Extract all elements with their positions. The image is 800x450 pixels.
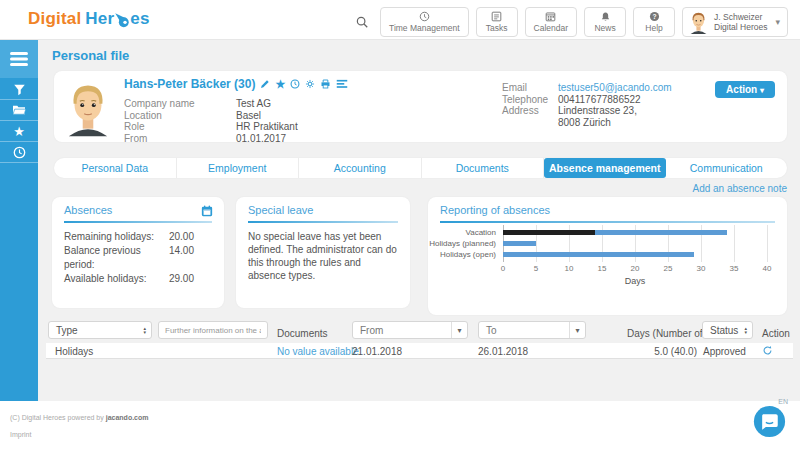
sidebar-item-files[interactable] (0, 100, 38, 121)
chart-tick-label: 30 (697, 264, 706, 273)
app-logo[interactable]: Digital Her es (28, 9, 150, 29)
refresh-icon[interactable] (762, 345, 773, 358)
chart-x-axis-label: Days (503, 276, 767, 286)
absence-chart: VacationHolidays (planned)Holidays (open… (503, 227, 767, 260)
nav-button-help[interactable]: ? Help (633, 7, 675, 37)
select-arrows-icon: ▴▾ (143, 326, 151, 334)
tab-documents[interactable]: Documents (422, 158, 545, 178)
chevron-down-icon: ▾ (760, 86, 764, 95)
days-column-header: Days (Number of hours) (627, 328, 697, 339)
chevron-down-icon: ▾ (775, 17, 780, 27)
table-row: Holidays No value available 21.01.2018 2… (46, 343, 793, 359)
list-item: Balance previous period:14.00 (64, 244, 194, 272)
profile-right-values: testuser50@jacando.com 004117677886522 L… (558, 82, 672, 128)
nav-label: Calendar (534, 23, 569, 33)
role-value: HR Praktikant (236, 121, 298, 133)
nav-button-calendar[interactable]: Calendar (525, 7, 578, 37)
remaining-holidays-value: 20.00 (169, 230, 194, 244)
from-date-value: 01.01.2017 (236, 133, 298, 145)
settings-gear-icon[interactable] (305, 79, 315, 89)
email-link[interactable]: testuser50@jacando.com (558, 82, 672, 94)
tab-accounting[interactable]: Accounting (299, 158, 422, 178)
absences-panel-title: Absences (64, 204, 112, 216)
nav-button-time-management[interactable]: Time Management (380, 7, 469, 37)
tab-bar: Personal Data Employment Accounting Docu… (54, 158, 787, 178)
imprint-link[interactable]: Imprint (10, 431, 31, 438)
sidebar-item-filter[interactable] (0, 79, 38, 100)
phone-value: 004117677886522 (558, 94, 672, 106)
special-leave-title: Special leave (248, 204, 313, 216)
jacando-link[interactable]: jacando.com (106, 414, 149, 421)
chart-category-label: Vacation (465, 228, 496, 237)
sidebar-item-favorites[interactable]: ★ (0, 121, 38, 142)
tasks-icon (491, 11, 502, 22)
employee-name: Hans-Peter Bäcker (30) (124, 77, 255, 91)
user-menu[interactable]: J. Schweizer Digital Heroes ▾ (682, 7, 788, 37)
absence-balance-list: Remaining holidays:20.00 Balance previou… (64, 230, 194, 286)
status-select[interactable]: Status ▴▾ (702, 321, 753, 339)
favorite-star-icon[interactable]: ★ (275, 78, 285, 91)
profile-left-labels: Company name Location Role From (124, 98, 195, 144)
page-title: Personal file (52, 48, 129, 63)
absences-panel: Absences Remaining holidays:20.00 Balanc… (52, 197, 224, 308)
nav-button-tasks[interactable]: Tasks (476, 7, 518, 37)
logo-text-es: es (130, 9, 149, 29)
svg-text:?: ? (652, 12, 656, 19)
sidebar-item-history[interactable] (0, 142, 38, 163)
tab-communication[interactable]: Communication (666, 158, 788, 178)
chart-tick-label: 35 (730, 264, 739, 273)
profile-left-values: Test AG Basel HR Praktikant 01.01.2017 (236, 98, 298, 144)
chart-tick-label: 5 (534, 264, 538, 273)
edit-icon[interactable] (260, 79, 270, 89)
special-leave-panel: Special leave No special leave has yet b… (236, 197, 410, 308)
nav-label: News (594, 23, 615, 33)
sidebar-item-menu[interactable] (0, 40, 38, 78)
user-avatar (688, 10, 709, 34)
search-icon[interactable] (355, 7, 369, 37)
details-list-icon[interactable] (336, 79, 348, 89)
documents-column-header: Documents (277, 328, 328, 339)
nav-label: Time Management (389, 23, 460, 33)
absence-chart-rows: VacationHolidays (planned)Holidays (open… (503, 227, 767, 260)
available-holidays-value: 29.00 (169, 272, 194, 286)
address-line1: Lindenstrasse 23, (558, 105, 672, 117)
user-name: J. Schweizer (714, 12, 762, 22)
type-select[interactable]: Type ▴▾ (48, 321, 152, 339)
tab-employment[interactable]: Employment (177, 158, 300, 178)
add-absence-note-link[interactable]: Add an absence note (692, 183, 787, 194)
nav-label: Help (645, 23, 662, 33)
help-icon: ? (649, 11, 660, 22)
chart-gridline (767, 225, 768, 262)
panel-divider (440, 221, 775, 223)
chart-tick-label: 25 (664, 264, 673, 273)
row-documents-link[interactable]: No value available (277, 346, 359, 357)
folder-icon (12, 104, 26, 116)
calendar-icon[interactable] (201, 203, 213, 221)
chat-bubble-icon[interactable] (753, 405, 786, 438)
panel-divider (64, 221, 212, 223)
history-clock-icon[interactable] (290, 79, 300, 89)
nav-button-news[interactable]: News (584, 7, 626, 37)
select-arrows-icon: ▴▾ (744, 326, 752, 334)
employee-avatar (64, 80, 112, 137)
print-icon[interactable] (320, 79, 331, 89)
row-days: 5.0 (40.0) (627, 346, 697, 357)
topbar: Digital Her es Time Management Tasks Cal… (0, 0, 800, 40)
comet-icon (114, 12, 131, 29)
to-date-input[interactable]: To ▾ (478, 321, 586, 339)
absence-info-input[interactable] (158, 321, 268, 339)
action-button[interactable]: Action ▾ (715, 81, 775, 98)
tab-personal-data[interactable]: Personal Data (54, 158, 177, 178)
chevron-down-icon: ▾ (451, 322, 467, 338)
nav-label: Tasks (486, 23, 508, 33)
bell-icon (600, 11, 611, 22)
address-line2: 8008 Zürich (558, 117, 672, 129)
star-icon: ★ (13, 125, 25, 138)
balance-previous-value: 14.00 (169, 244, 194, 272)
tab-absence-management[interactable]: Absence management (544, 158, 666, 178)
copyright-text: (C) Digital Heroes powered by jacando.co… (10, 414, 149, 421)
reporting-panel: Reporting of absences VacationHolidays (… (428, 197, 787, 315)
from-date-input[interactable]: From ▾ (352, 321, 468, 339)
chart-row: Holidays (planned) (503, 238, 767, 249)
row-from-date: 21.01.2018 (352, 346, 402, 357)
